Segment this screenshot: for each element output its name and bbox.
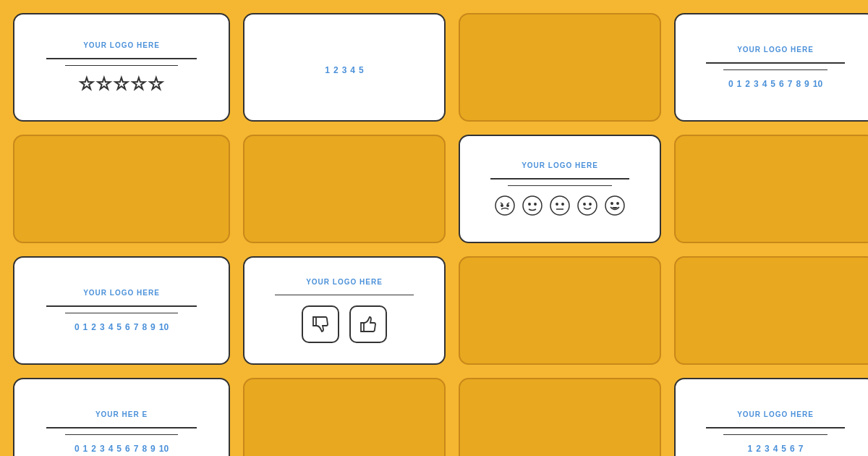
n7: 7 (788, 79, 793, 89)
card-emoji: YOUR LOGO HERE (459, 135, 661, 243)
star-5: ★ (149, 75, 163, 93)
svg-point-10 (578, 196, 597, 215)
star-1: ★ (80, 75, 94, 93)
svg-point-6 (550, 196, 569, 215)
main-grid: YOUR LOGO HERE ★ ★ ★ ★ ★ 1 2 3 4 5 YOUR … (0, 0, 868, 456)
svg-point-14 (611, 203, 613, 204)
svg-point-11 (584, 203, 585, 205)
thumb-down-box (302, 305, 339, 343)
n4: 4 (762, 79, 767, 89)
card-number-scale-5: 1 2 3 4 5 (243, 13, 446, 122)
bn2: 2 (91, 322, 96, 332)
card-logo-scale-11-top: YOUR LOGO HERE 0 1 2 3 4 5 6 7 8 9 10 (674, 13, 868, 122)
star-4: ★ (132, 75, 146, 93)
logo-text-rb: YOUR LOGO HERE (737, 410, 814, 418)
n3: 3 (754, 79, 759, 89)
num-2: 2 (333, 65, 339, 75)
stars-row: ★ ★ ★ ★ ★ (80, 75, 163, 93)
n8: 8 (796, 79, 801, 89)
bn9: 9 (150, 322, 156, 332)
logo-text-bottom: YOUR LOGO HERE (83, 289, 160, 297)
card-gold-3 (243, 135, 446, 243)
thumbs-down-icon (310, 314, 331, 334)
face-angry (494, 195, 516, 216)
line-2 (65, 65, 178, 67)
numbers-0-10-top: 0 1 2 3 4 5 6 7 8 9 10 (728, 79, 822, 89)
bn10: 10 (159, 322, 169, 332)
num-3: 3 (342, 65, 347, 75)
card-gold-8 (459, 378, 661, 456)
svg-point-0 (495, 196, 514, 215)
card-gold-7 (243, 378, 446, 456)
n6: 6 (779, 79, 784, 89)
n9: 9 (804, 79, 809, 89)
bn4: 4 (109, 322, 114, 332)
line-emoji-b (508, 185, 612, 187)
logo-text-1: YOUR LOGO HERE (83, 41, 160, 49)
line-4a (706, 62, 845, 64)
svg-point-5 (535, 203, 536, 205)
svg-point-15 (617, 203, 618, 204)
emoji-faces-row (494, 195, 626, 216)
logo-text-emoji: YOUR LOGO HERE (522, 161, 598, 169)
line-partial-a (46, 427, 197, 428)
bn7: 7 (134, 322, 139, 332)
logo-text-thumbs: YOUR LOGO HERE (306, 278, 383, 286)
thumb-up-box (349, 305, 387, 343)
line-bottom-a (46, 305, 197, 307)
card-gold-6 (674, 256, 868, 365)
numbers-1-5: 1 2 3 4 5 (325, 65, 363, 75)
svg-point-1 (501, 205, 503, 206)
svg-point-12 (590, 203, 591, 205)
line-rb-a (706, 427, 845, 428)
svg-point-4 (529, 203, 530, 205)
card-logo-scale-bottom: YOUR LOGO HERE 0 1 2 3 4 5 6 7 8 9 10 (13, 256, 230, 365)
num-4: 4 (350, 65, 355, 75)
card-gold-1 (459, 13, 661, 122)
n2: 2 (745, 79, 750, 89)
face-happy (576, 195, 598, 216)
line-1 (46, 58, 197, 59)
card-logo-partial: YouR HeR E 0 1 2 3 4 5 6 7 8 9 10 (13, 378, 230, 456)
card-gold-4 (674, 135, 868, 243)
n10: 10 (813, 79, 822, 89)
n1: 1 (737, 79, 742, 89)
bn6: 6 (125, 322, 130, 332)
line-rb-b (723, 434, 827, 436)
bn3: 3 (100, 322, 105, 332)
numbers-partial-right: 1 2 3 4 5 6 7 (748, 444, 804, 454)
card-gold-2 (13, 135, 230, 243)
card-gold-5 (459, 256, 661, 365)
card-star-rating: YOUR LOGO HERE ★ ★ ★ ★ ★ (13, 13, 230, 122)
numbers-partial: 0 1 2 3 4 5 6 7 8 9 10 (75, 444, 169, 454)
n0: 0 (728, 79, 733, 89)
num-1: 1 (325, 65, 330, 75)
line-emoji-a (490, 178, 629, 180)
numbers-0-10-bottom: 0 1 2 3 4 5 6 7 8 9 10 (75, 322, 169, 332)
logo-text-partial: YouR HeR E (95, 410, 148, 418)
svg-point-3 (523, 196, 542, 215)
svg-point-13 (605, 196, 624, 215)
thumbs-row (302, 305, 387, 343)
line-bottom-b (65, 313, 178, 314)
thumbs-up-icon (358, 314, 378, 334)
line-partial-b (65, 434, 178, 436)
svg-point-2 (507, 205, 509, 206)
card-thumbs: YOUR LOGO HERE (243, 256, 446, 365)
card-logo-scale-right-bottom: YOUR LOGO HERE 1 2 3 4 5 6 7 (674, 378, 868, 456)
svg-point-8 (556, 203, 558, 205)
num-5: 5 (359, 65, 364, 75)
star-2: ★ (97, 75, 111, 93)
line-4b (723, 69, 827, 71)
bn5: 5 (116, 322, 122, 332)
logo-text-4: YOUR LOGO HERE (737, 46, 814, 54)
line-thumbs-a (275, 295, 414, 296)
n5: 5 (770, 79, 775, 89)
star-3: ★ (114, 75, 129, 93)
bn8: 8 (142, 322, 147, 332)
svg-point-9 (562, 203, 563, 205)
bn1: 1 (83, 322, 88, 332)
face-neutral (549, 195, 571, 216)
face-very-happy (604, 195, 626, 216)
face-sad (522, 195, 543, 216)
